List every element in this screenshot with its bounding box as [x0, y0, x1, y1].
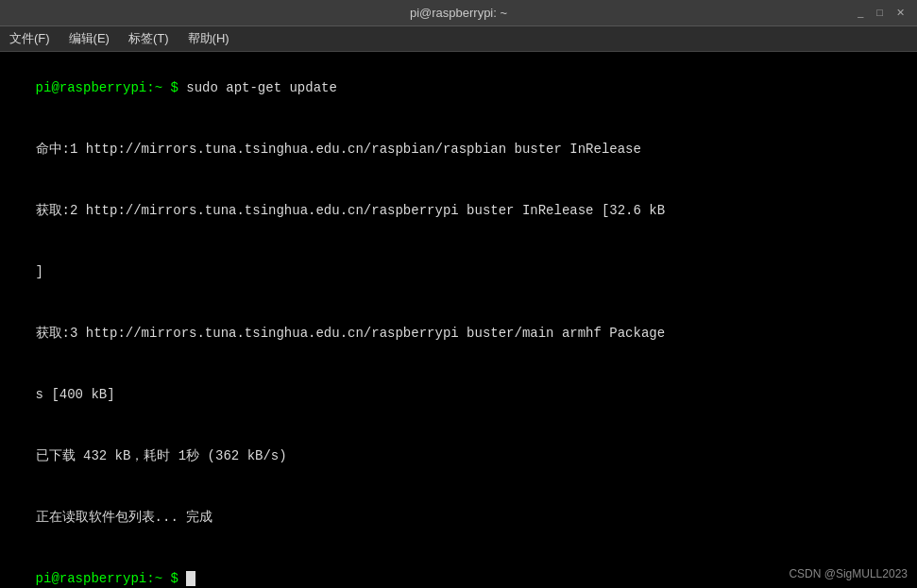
title-bar: pi@raspberrypi: ~ _ □ ✕	[0, 0, 917, 26]
output-5: 获取:3 http://mirrors.tuna.tsinghua.edu.cn…	[36, 326, 666, 341]
menu-tabs[interactable]: 标签(T)	[125, 29, 173, 48]
window-title: pi@raspberrypi: ~	[410, 6, 507, 20]
output-7: 已下载 432 kB，耗时 1秒 (362 kB/s)	[36, 448, 287, 463]
prompt-2: pi@raspberrypi:~ $	[36, 571, 187, 586]
terminal-line-3: 获取:2 http://mirrors.tuna.tsinghua.edu.cn…	[4, 180, 913, 242]
output-8: 正在读取软件包列表... 完成	[36, 510, 213, 525]
terminal-line-6: s [400 kB]	[4, 364, 913, 426]
close-button[interactable]: ✕	[892, 7, 909, 19]
menu-edit[interactable]: 编辑(E)	[65, 29, 113, 48]
minimize-button[interactable]: _	[853, 7, 868, 19]
cursor	[186, 571, 195, 586]
watermark: CSDN @SigMULL2023	[789, 567, 908, 580]
menu-file[interactable]: 文件(F)	[6, 29, 54, 48]
terminal-line-9: pi@raspberrypi:~ $	[4, 549, 913, 589]
terminal-body[interactable]: pi@raspberrypi:~ $ sudo apt-get update 命…	[0, 52, 917, 588]
command-1: sudo apt-get update	[186, 80, 337, 95]
terminal-line-5: 获取:3 http://mirrors.tuna.tsinghua.edu.cn…	[4, 303, 913, 364]
maximize-button[interactable]: □	[872, 7, 888, 19]
menu-help[interactable]: 帮助(H)	[184, 29, 233, 48]
terminal-line-1: pi@raspberrypi:~ $ sudo apt-get update	[4, 58, 913, 119]
output-4: ]	[36, 264, 43, 279]
terminal-line-4: ]	[4, 242, 913, 303]
output-6: s [400 kB]	[36, 387, 115, 402]
menu-bar: 文件(F) 编辑(E) 标签(T) 帮助(H)	[0, 26, 917, 52]
terminal-line-2: 命中:1 http://mirrors.tuna.tsinghua.edu.cn…	[4, 119, 913, 180]
output-3: 获取:2 http://mirrors.tuna.tsinghua.edu.cn…	[36, 203, 666, 218]
terminal-line-8: 正在读取软件包列表... 完成	[4, 487, 913, 548]
prompt-1: pi@raspberrypi:~ $	[36, 80, 187, 95]
window-controls[interactable]: _ □ ✕	[853, 7, 909, 19]
terminal-line-7: 已下载 432 kB，耗时 1秒 (362 kB/s)	[4, 426, 913, 487]
output-2: 命中:1 http://mirrors.tuna.tsinghua.edu.cn…	[36, 142, 641, 157]
